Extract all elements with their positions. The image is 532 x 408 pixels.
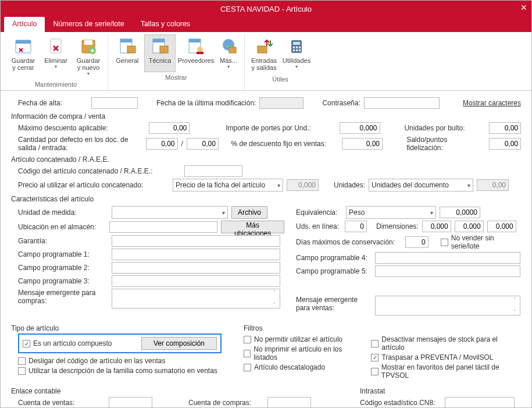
msg-ventas-input[interactable]: ˄˅	[375, 296, 520, 315]
close-icon[interactable]: ×	[520, 2, 527, 14]
dim1-input[interactable]	[422, 221, 451, 232]
cant-def-in-input[interactable]	[187, 138, 219, 150]
ver-composicion-button[interactable]: Ver composición	[141, 337, 217, 350]
fecha-alta-label: Fecha de alta:	[18, 99, 88, 107]
tab-articulo[interactable]: Artículo	[4, 17, 45, 32]
equiv-select[interactable]: Peso	[346, 206, 436, 219]
titlebar: CESTA NAVIDAD - Artículo ×	[1, 1, 531, 17]
equiv-label: Equivalencia:	[296, 208, 342, 217]
utilidades-button[interactable]: Utilidades ▾	[281, 34, 312, 74]
contrasena-input[interactable]	[364, 97, 440, 109]
cp1-input[interactable]	[112, 249, 280, 260]
label: Proveedores	[178, 57, 214, 64]
tab-tallas[interactable]: Tallas y colores	[133, 17, 198, 32]
cp3-label: Campo programable 3:	[18, 277, 108, 285]
uds-linea-input[interactable]	[345, 221, 367, 232]
equiv-val-input[interactable]	[440, 207, 480, 218]
slash: /	[181, 140, 183, 148]
tab-series[interactable]: Números de serie/lote	[45, 17, 132, 32]
portes-label: Importe de portes por Und.:	[226, 124, 335, 132]
tecnica-button[interactable]: Técnica	[144, 34, 176, 72]
dim-label: Dimensiones:	[376, 222, 419, 230]
cp1-label: Campo programable 1:	[18, 250, 108, 258]
no-vender-checkbox[interactable]: No vender sin serie/lote	[441, 234, 521, 250]
delete-icon	[47, 37, 65, 56]
dropdown-arrow-icon: ▾	[227, 64, 230, 69]
spinner-icon[interactable]: ˄˅	[510, 297, 519, 314]
group-title: Mostrar	[165, 72, 187, 83]
codigo-concat-input[interactable]	[184, 165, 242, 177]
cp5-label: Campo programable 5:	[296, 267, 372, 275]
mas-ubicaciones-button[interactable]: Más ubicaciones	[221, 221, 284, 233]
cant-def-out-input[interactable]	[146, 138, 178, 150]
descatalogado-checkbox[interactable]: Artículo descatalogado	[244, 363, 325, 371]
eliminar-button[interactable]: Eliminar ▾	[40, 34, 72, 79]
cp3-input[interactable]	[112, 275, 280, 287]
svg-rect-13	[189, 39, 201, 42]
uds-linea-label: Uds. en línea:	[296, 222, 341, 230]
saldo-input[interactable]	[489, 138, 521, 150]
favoritos-checkbox[interactable]: Mostrar en favoritos del panel táctil de…	[371, 363, 521, 379]
desc-fijo-input[interactable]	[342, 138, 383, 150]
desc-fijo-label: % de descuento fijo en ventas:	[231, 140, 338, 148]
cn8-input[interactable]	[445, 397, 515, 407]
svg-rect-8	[127, 46, 135, 53]
section-compra: Información de compra / venta	[11, 112, 521, 120]
cuenta-ventas-input[interactable]	[109, 397, 152, 407]
svg-rect-7	[120, 39, 132, 42]
cp5-input[interactable]	[375, 265, 520, 277]
precio-concat-select[interactable]: Precio de la ficha del artículo	[173, 179, 283, 191]
dim2-input[interactable]	[455, 221, 484, 232]
mostrar-caracteres-link[interactable]: Mostrar caracteres	[463, 99, 521, 107]
unidad-select[interactable]	[112, 206, 228, 219]
guardar-nuevo-button[interactable]: Guardar y nuevo ▾	[73, 34, 104, 79]
desligar-checkbox[interactable]: Desligar del código de artículo en las v…	[18, 357, 165, 365]
dias-input[interactable]	[405, 236, 429, 248]
mas-button[interactable]: Más... ▾	[216, 34, 241, 72]
fecha-alta-input[interactable]	[91, 97, 138, 109]
cp2-input[interactable]	[112, 262, 280, 274]
cant-def-label: Cantidad por defecto en los doc. de sali…	[18, 136, 142, 152]
fecha-mod-label: Fecha de la última modificación:	[156, 99, 256, 107]
label: General	[116, 57, 138, 64]
cuenta-compras-input[interactable]	[267, 397, 311, 407]
unidades-concat-select[interactable]: Unidades del documento	[369, 179, 473, 191]
proveedores-icon	[187, 37, 205, 56]
msg-compras-input[interactable]: ˄˅	[112, 289, 280, 308]
contrasena-label: Contraseña:	[322, 99, 360, 107]
svg-rect-11	[160, 46, 168, 53]
svg-rect-24	[293, 49, 295, 51]
desactivar-stock-checkbox[interactable]: Desactivar mensajes de stock para el art…	[371, 335, 521, 352]
section-intrastat: Intrastat	[360, 387, 521, 395]
no-permitir-checkbox[interactable]: No permitir utilizar el artículo	[244, 335, 342, 343]
dias-label: Días máximos de conservación:	[296, 238, 402, 246]
entradas-salidas-button[interactable]: Entradas y salidas	[248, 34, 280, 74]
section-concat: Artículo concatenado / R.A.E.E.	[11, 155, 521, 164]
label: Más...	[220, 57, 237, 64]
traspasar-checkbox[interactable]: ✓Traspasar a PREVENTA / MovilSOL	[371, 353, 493, 361]
dim3-input[interactable]	[487, 221, 516, 232]
svg-point-14	[197, 47, 203, 52]
portes-input[interactable]	[340, 122, 380, 134]
guardar-cerrar-button[interactable]: Guardar y cerrar	[8, 34, 39, 79]
proveedores-button[interactable]: Proveedores	[177, 34, 215, 72]
cuenta-compras-label: Cuenta de compras:	[188, 399, 264, 407]
entradas-salidas-icon	[255, 37, 273, 56]
ubic-input[interactable]	[109, 221, 218, 233]
general-button[interactable]: General	[112, 34, 143, 72]
garantia-input[interactable]	[112, 235, 280, 247]
usar-desc-checkbox[interactable]: Utilizar la descripción de la familia co…	[18, 367, 217, 375]
max-desc-label: Máximo descuento aplicable:	[18, 124, 145, 132]
label: Guardar y cerrar	[12, 57, 35, 71]
archivo-button[interactable]: Archivo	[231, 206, 267, 219]
max-desc-input[interactable]	[149, 122, 190, 134]
unidades-concat-label: Unidades:	[334, 181, 365, 189]
compuesto-checkbox[interactable]: ✓Es un artículo compuesto	[23, 339, 112, 347]
window: CESTA NAVIDAD - Artículo × Artículo Núme…	[0, 0, 532, 408]
no-imprimir-checkbox[interactable]: No imprimir el artículo en los listados	[244, 345, 359, 361]
und-bulto-input[interactable]	[489, 122, 521, 134]
und-bulto-label: Unidades por bulto:	[404, 124, 485, 132]
ribbon-group-mostrar: General Técnica Proveedores Más... ▾ Mos…	[108, 34, 245, 90]
spinner-icon[interactable]: ˄˅	[270, 290, 279, 307]
cp4-input[interactable]	[375, 252, 520, 264]
